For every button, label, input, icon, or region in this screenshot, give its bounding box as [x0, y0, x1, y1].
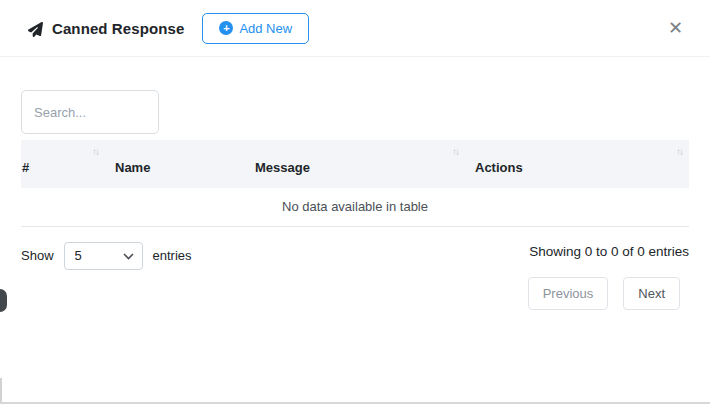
sort-icon[interactable]: ↑↓ [452, 146, 458, 157]
column-header-message[interactable]: Message ↑↓ [245, 140, 465, 188]
page-length-control: Show 5 entries [21, 242, 192, 270]
canned-response-table: # ↑↓ Name Message ↑↓ Actions ↑↓ [21, 140, 689, 227]
plus-circle-icon: + [219, 21, 233, 35]
show-label: Show [21, 248, 54, 263]
column-label: Name [115, 160, 150, 175]
add-new-button[interactable]: + Add New [202, 13, 309, 44]
table-footer: Show 5 entries Showing 0 to 0 of 0 entri… [21, 242, 689, 270]
page-edge-sliver [0, 378, 2, 402]
empty-row: No data available in table [21, 188, 689, 226]
table-header: # ↑↓ Name Message ↑↓ Actions ↑↓ [21, 140, 689, 188]
previous-button[interactable]: Previous [528, 277, 609, 310]
modal-header: Canned Response + Add New ✕ [0, 0, 710, 57]
column-header-name[interactable]: Name [105, 140, 245, 188]
column-label: Message [255, 160, 310, 175]
page-title: Canned Response [52, 20, 184, 37]
column-label: # [22, 160, 29, 175]
search-input[interactable] [21, 90, 159, 134]
table-header-row: # ↑↓ Name Message ↑↓ Actions ↑↓ [21, 140, 689, 188]
modal-body: # ↑↓ Name Message ↑↓ Actions ↑↓ [0, 57, 710, 310]
next-button[interactable]: Next [623, 277, 680, 310]
add-new-label: Add New [239, 21, 292, 36]
entries-label: entries [153, 248, 192, 263]
column-label: Actions [475, 160, 523, 175]
entries-summary: Showing 0 to 0 of 0 entries [529, 244, 689, 259]
table-body: No data available in table [21, 188, 689, 226]
empty-message: No data available in table [21, 188, 689, 226]
chat-widget-bump[interactable] [0, 289, 7, 312]
close-icon[interactable]: ✕ [668, 19, 683, 37]
page-length-select[interactable]: 5 [64, 242, 143, 270]
pagination: Previous Next [21, 277, 689, 310]
page-length-select-wrap: 5 [64, 242, 143, 270]
send-icon [28, 22, 43, 37]
column-header-number[interactable]: # ↑↓ [21, 140, 105, 188]
column-header-actions[interactable]: Actions ↑↓ [465, 140, 689, 188]
sort-icon[interactable]: ↑↓ [92, 146, 98, 157]
sort-icon[interactable]: ↑↓ [676, 146, 682, 157]
canned-response-modal: Canned Response + Add New ✕ # ↑↓ Name [0, 0, 710, 404]
